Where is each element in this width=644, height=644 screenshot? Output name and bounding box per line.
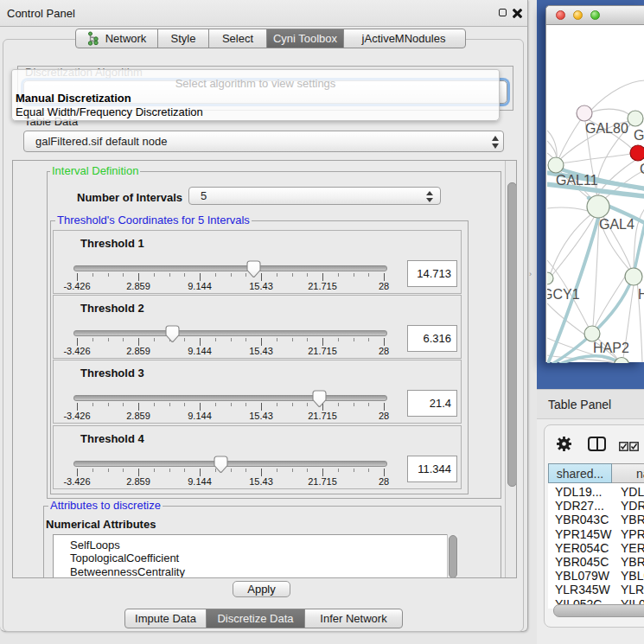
- svg-text:GCY1: GCY1: [547, 287, 580, 302]
- svg-text:GA: GA: [634, 128, 644, 143]
- svg-text:GAL4: GAL4: [599, 217, 634, 232]
- svg-text:H: H: [638, 287, 644, 302]
- svg-text:GAL11: GAL11: [556, 173, 598, 188]
- svg-text:C: C: [640, 162, 644, 176]
- svg-text:HAP2: HAP2: [593, 341, 629, 355]
- svg-text:GAL80: GAL80: [585, 121, 628, 136]
